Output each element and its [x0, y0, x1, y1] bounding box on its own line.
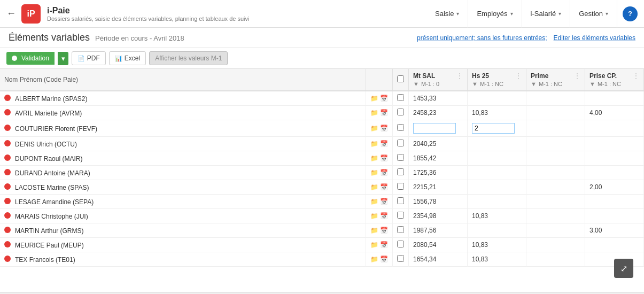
- row-checkbox[interactable]: [397, 109, 404, 115]
- cell-mt-sal[interactable]: 1453,33: [409, 91, 468, 106]
- cell-prime[interactable]: [526, 195, 585, 209]
- select-all-checkbox[interactable]: [397, 75, 404, 82]
- row-action-icon2[interactable]: 📅: [380, 140, 388, 148]
- cell-prise-cp[interactable]: 4,00: [585, 106, 644, 120]
- row-checkbox[interactable]: [397, 183, 404, 190]
- cell-prise-cp[interactable]: [585, 166, 644, 180]
- cell-prise-cp[interactable]: 2,00: [585, 180, 644, 195]
- row-action-icon1[interactable]: 📁: [370, 140, 378, 148]
- cell-prise-cp[interactable]: 3,00: [585, 223, 644, 238]
- cell-mt-sal[interactable]: 1725,36: [409, 166, 468, 180]
- cell-mt-sal[interactable]: 2215,21: [409, 180, 468, 195]
- row-action-icon2[interactable]: 📅: [380, 95, 388, 102]
- cell-mt-sal[interactable]: 2458,23: [409, 106, 468, 120]
- mt-sal-input[interactable]: [413, 123, 456, 134]
- row-checkbox[interactable]: [397, 94, 404, 101]
- cell-hs25[interactable]: 10,83: [468, 106, 526, 120]
- link-editer[interactable]: Editer les éléments variables: [554, 34, 635, 42]
- row-action-icon2[interactable]: 📅: [380, 198, 388, 205]
- row-checkbox[interactable]: [397, 212, 404, 219]
- row-checkbox[interactable]: [397, 255, 404, 262]
- cell-prime[interactable]: [526, 209, 585, 223]
- cell-hs25[interactable]: [468, 151, 526, 166]
- validation-button[interactable]: Validation: [6, 52, 55, 65]
- back-button[interactable]: ←: [6, 8, 16, 19]
- cell-hs25[interactable]: [468, 180, 526, 195]
- row-action-icon2[interactable]: 📅: [380, 109, 388, 117]
- row-action-icon1[interactable]: 📁: [370, 95, 378, 102]
- cell-prime[interactable]: [526, 120, 585, 137]
- row-checkbox[interactable]: [397, 168, 404, 175]
- col-drag-hs25[interactable]: ⋮: [515, 72, 522, 80]
- pdf-button[interactable]: 📄 PDF: [72, 51, 106, 65]
- cell-prise-cp[interactable]: [585, 209, 644, 223]
- nav-employes[interactable]: Employés ▾: [468, 0, 522, 28]
- nav-gestion[interactable]: Gestion ▾: [570, 0, 617, 28]
- cell-hs25[interactable]: [468, 91, 526, 106]
- row-action-icon1[interactable]: 📁: [370, 212, 378, 220]
- cell-mt-sal[interactable]: 1556,78: [409, 195, 468, 209]
- cell-hs25[interactable]: [468, 120, 526, 137]
- row-action-icon2[interactable]: 📅: [380, 256, 388, 263]
- cell-mt-sal[interactable]: 1855,42: [409, 151, 468, 166]
- cell-prise-cp[interactable]: [585, 137, 644, 151]
- hs25-input[interactable]: [472, 123, 515, 134]
- row-action-icon2[interactable]: 📅: [380, 212, 388, 220]
- row-action-icon1[interactable]: 📁: [370, 241, 378, 249]
- cell-prime[interactable]: [526, 223, 585, 238]
- help-button[interactable]: ?: [623, 6, 638, 21]
- row-checkbox[interactable]: [397, 197, 404, 204]
- row-action-icon1[interactable]: 📁: [370, 125, 378, 132]
- row-action-icon1[interactable]: 📁: [370, 169, 378, 176]
- cell-hs25[interactable]: 10,83: [468, 238, 526, 252]
- row-action-icon2[interactable]: 📅: [380, 241, 388, 249]
- row-checkbox[interactable]: [397, 124, 404, 131]
- row-action-icon1[interactable]: 📁: [370, 154, 378, 162]
- excel-button[interactable]: 📊 Excel: [109, 51, 146, 65]
- cell-hs25[interactable]: [468, 195, 526, 209]
- cell-prime[interactable]: [526, 137, 585, 151]
- cell-hs25[interactable]: [468, 166, 526, 180]
- row-action-icon2[interactable]: 📅: [380, 169, 388, 176]
- col-drag-mt-sal[interactable]: ⋮: [456, 72, 463, 80]
- col-drag-prime[interactable]: ⋮: [574, 72, 580, 80]
- row-action-icon2[interactable]: 📅: [380, 154, 388, 162]
- validation-caret-button[interactable]: ▾: [58, 52, 68, 65]
- row-action-icon1[interactable]: 📁: [370, 183, 378, 191]
- cell-prime[interactable]: [526, 238, 585, 252]
- row-action-icon1[interactable]: 📁: [370, 227, 378, 234]
- cell-prime[interactable]: [526, 180, 585, 195]
- cell-hs25[interactable]: 10,83: [468, 252, 526, 267]
- row-action-icon2[interactable]: 📅: [380, 183, 388, 191]
- cell-mt-sal[interactable]: 1987,56: [409, 223, 468, 238]
- cell-prise-cp[interactable]: [585, 151, 644, 166]
- row-action-icon1[interactable]: 📁: [370, 256, 378, 263]
- row-action-icon1[interactable]: 📁: [370, 109, 378, 117]
- link-present[interactable]: présent uniquement; sans les futures ent…: [417, 34, 547, 42]
- cell-prime[interactable]: [526, 106, 585, 120]
- cell-prime[interactable]: [526, 91, 585, 106]
- cell-mt-sal[interactable]: [409, 120, 468, 137]
- row-checkbox[interactable]: [397, 226, 404, 233]
- row-action-icon2[interactable]: 📅: [380, 227, 388, 234]
- row-checkbox[interactable]: [397, 241, 404, 247]
- cell-prime[interactable]: [526, 151, 585, 166]
- cell-prise-cp[interactable]: [585, 195, 644, 209]
- nav-isalarie[interactable]: i-Salarié ▾: [522, 0, 571, 28]
- row-checkbox[interactable]: [397, 154, 404, 161]
- cell-hs25[interactable]: [468, 223, 526, 238]
- nav-saisie[interactable]: Saisie ▾: [426, 0, 468, 28]
- cell-mt-sal[interactable]: 2354,98: [409, 209, 468, 223]
- cell-hs25[interactable]: [468, 137, 526, 151]
- col-drag-prise-cp[interactable]: ⋮: [633, 72, 639, 80]
- row-action-icon2[interactable]: 📅: [380, 125, 388, 132]
- cell-mt-sal[interactable]: 2040,25: [409, 137, 468, 151]
- row-action-icon1[interactable]: 📁: [370, 198, 378, 205]
- cell-hs25[interactable]: 10,83: [468, 209, 526, 223]
- cell-mt-sal[interactable]: 1654,34: [409, 252, 468, 267]
- cell-mt-sal[interactable]: 2080,54: [409, 238, 468, 252]
- cell-prise-cp[interactable]: [585, 238, 644, 252]
- cell-prise-cp[interactable]: [585, 120, 644, 137]
- cell-prise-cp[interactable]: [585, 91, 644, 106]
- afficher-button[interactable]: Afficher les valeurs M-1: [149, 51, 228, 65]
